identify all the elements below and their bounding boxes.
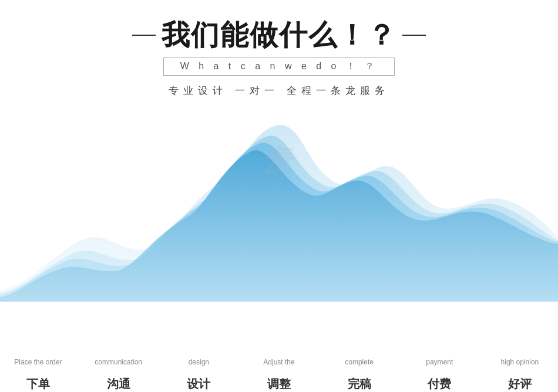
header-section: 我们能做什么！？ W h a t c a n w e d o ！ ？ 专业设计 … xyxy=(132,0,426,97)
label-adjust: Adjust the 调整 xyxy=(247,357,311,392)
label-communication: communication 沟通 xyxy=(86,357,151,392)
label-cn-0: 下单 xyxy=(26,376,50,392)
main-title-row: 我们能做什么！？ xyxy=(132,16,426,54)
label-complete: complete 完稿 xyxy=(327,357,392,392)
main-title: 我们能做什么！？ xyxy=(162,16,396,54)
label-cn-4: 完稿 xyxy=(348,376,371,392)
label-place-order: Place the order 下单 xyxy=(6,357,70,392)
page-container: 我们能做什么！？ W h a t c a n w e d o ！ ？ 专业设计 … xyxy=(0,0,558,392)
label-high-opinion: high opinion 好评 xyxy=(488,357,552,392)
chart-section: 麦 xyxy=(0,108,558,392)
wave-chart xyxy=(0,108,558,307)
label-en-0: Place the order xyxy=(14,357,62,375)
label-en-4: complete xyxy=(345,357,374,375)
label-cn-3: 调整 xyxy=(267,376,291,392)
title-line-left xyxy=(132,35,156,36)
label-en-3: Adjust the xyxy=(263,357,294,375)
label-cn-6: 好评 xyxy=(508,376,532,392)
labels-row: Place the order 下单 communication 沟通 desi… xyxy=(0,357,558,392)
label-cn-1: 沟通 xyxy=(107,376,130,392)
label-en-6: high opinion xyxy=(501,357,539,375)
label-payment: payment 付费 xyxy=(407,357,472,392)
label-design: design 设计 xyxy=(166,357,231,392)
label-en-2: design xyxy=(189,357,209,375)
label-cn-5: 付费 xyxy=(428,376,451,392)
label-cn-2: 设计 xyxy=(187,376,210,392)
subtitle-box: W h a t c a n w e d o ！ ？ xyxy=(163,58,395,76)
label-en-5: payment xyxy=(426,357,453,375)
desc-text: 专业设计 一对一 全程一条龙服务 xyxy=(169,84,389,97)
subtitle: W h a t c a n w e d o ！ ？ xyxy=(180,61,378,71)
title-line-right xyxy=(402,35,426,36)
label-en-1: communication xyxy=(95,357,142,375)
